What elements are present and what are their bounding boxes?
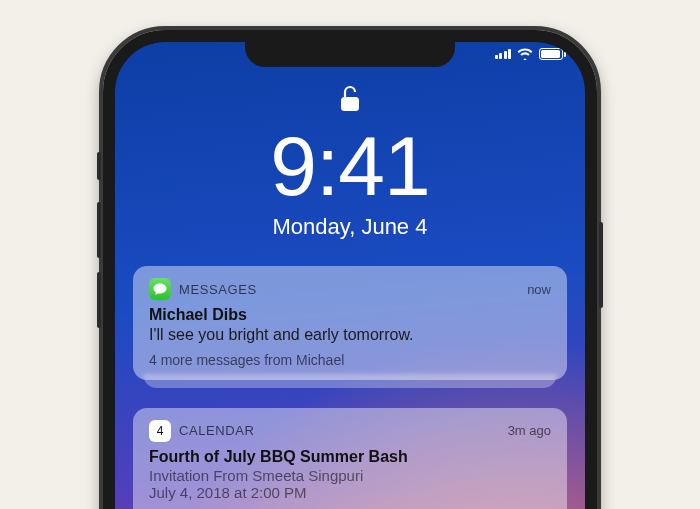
svg-rect-0	[341, 97, 359, 111]
notification-stack-calendar[interactable]: 4 CALENDAR 3m ago Fourth of July BBQ Sum…	[133, 408, 567, 509]
volume-down-button	[97, 272, 101, 328]
notification-subtitle: Invitation From Smeeta Singpuri	[149, 467, 551, 484]
status-bar	[495, 48, 564, 60]
messages-app-icon	[149, 278, 171, 300]
app-name: MESSAGES	[179, 282, 257, 297]
wifi-icon	[517, 48, 533, 60]
lock-header: 9:41 Monday, June 4	[115, 84, 585, 240]
mute-switch	[97, 152, 101, 180]
power-button	[599, 222, 603, 308]
iphone-device-frame: 9:41 Monday, June 4 MESSAGES now Michael…	[103, 30, 597, 509]
calendar-icon-day: 4	[157, 425, 164, 437]
notification-stack-messages[interactable]: MESSAGES now Michael Dibs I'll see you b…	[133, 266, 567, 380]
stack-summary: 4 more messages from Michael	[149, 352, 551, 368]
notification-card[interactable]: MESSAGES now Michael Dibs I'll see you b…	[133, 266, 567, 380]
app-name: CALENDAR	[179, 423, 255, 438]
notification-title: Michael Dibs	[149, 306, 551, 324]
notification-list: MESSAGES now Michael Dibs I'll see you b…	[115, 266, 585, 509]
notification-timestamp: 3m ago	[508, 423, 551, 438]
lock-time: 9:41	[270, 124, 430, 208]
notification-card[interactable]: 4 CALENDAR 3m ago Fourth of July BBQ Sum…	[133, 408, 567, 509]
calendar-app-icon: 4	[149, 420, 171, 442]
notification-timestamp: now	[527, 282, 551, 297]
lock-date: Monday, June 4	[273, 214, 428, 240]
unlock-icon	[338, 84, 362, 114]
volume-up-button	[97, 202, 101, 258]
cell-signal-icon	[495, 49, 512, 59]
lock-screen[interactable]: 9:41 Monday, June 4 MESSAGES now Michael…	[115, 42, 585, 509]
battery-icon	[539, 48, 563, 60]
notification-body: I'll see you bright and early tomorrow.	[149, 325, 551, 346]
notification-title: Fourth of July BBQ Summer Bash	[149, 448, 551, 466]
device-notch	[245, 40, 455, 67]
notification-when: July 4, 2018 at 2:00 PM	[149, 484, 551, 501]
